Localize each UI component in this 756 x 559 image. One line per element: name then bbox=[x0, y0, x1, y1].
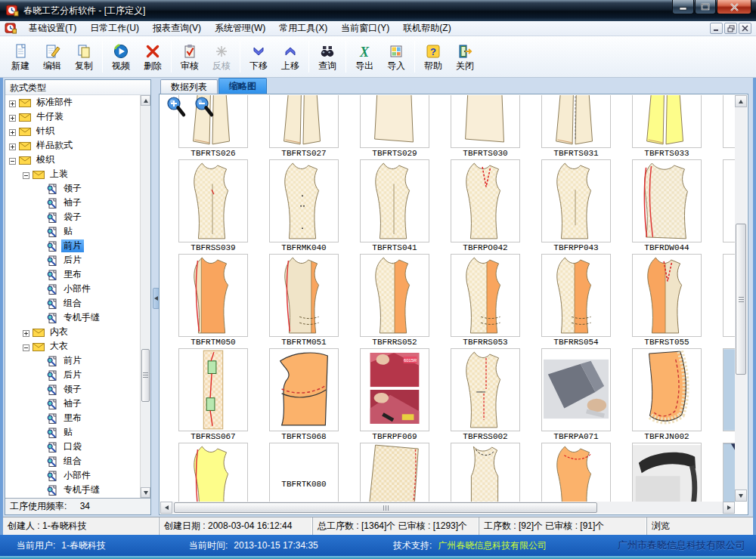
thumbnail-cell[interactable] bbox=[632, 443, 702, 502]
tree-item-袖子[interactable]: 袖子 bbox=[5, 196, 140, 210]
tree-item-组合[interactable]: 组合 bbox=[5, 454, 140, 468]
tree-item-梭织[interactable]: 梭织 bbox=[5, 153, 140, 167]
thumbnail-cell[interactable] bbox=[360, 254, 429, 337]
tree-item-后片[interactable]: 后片 bbox=[5, 368, 140, 382]
scroll-left-arrow[interactable] bbox=[160, 502, 172, 514]
tree-item-专机手缝[interactable]: 专机手缝 bbox=[5, 483, 140, 497]
tree-item-上装[interactable]: 上装 bbox=[5, 167, 140, 181]
tree-item-专机手缝[interactable]: 专机手缝 bbox=[5, 310, 140, 325]
tree-item-前片[interactable]: 前片 bbox=[5, 239, 140, 253]
expand-icon[interactable] bbox=[9, 99, 16, 106]
tree-item-贴[interactable]: 贴 bbox=[5, 224, 140, 239]
thumbnail-cell[interactable] bbox=[541, 159, 611, 242]
thumbnail-cell[interactable] bbox=[178, 443, 248, 502]
tree-item-小部件[interactable]: 小部件 bbox=[5, 282, 140, 296]
tree-item-标准部件[interactable]: 标准部件 bbox=[5, 95, 140, 110]
scroll-down-arrow[interactable] bbox=[735, 490, 747, 502]
scroll-up-arrow[interactable] bbox=[141, 95, 150, 106]
thumbnail-cell[interactable] bbox=[541, 254, 611, 337]
scroll-up-arrow[interactable] bbox=[735, 95, 747, 107]
menu-item-6[interactable]: 当前窗口(Y) bbox=[334, 23, 396, 33]
tree-item-里布[interactable]: 里布 bbox=[5, 411, 140, 425]
tree-item-口袋[interactable]: 口袋 bbox=[5, 440, 140, 454]
toolbar-button-copy[interactable]: 复制 bbox=[68, 39, 100, 76]
thumbnail-cell[interactable]: 6015R bbox=[360, 348, 429, 431]
toolbar-button-help[interactable]: ?帮助 bbox=[417, 39, 449, 76]
thumbnail-cell[interactable] bbox=[360, 159, 429, 242]
thumbnail-cell[interactable] bbox=[269, 95, 339, 148]
thumbnail-cell[interactable] bbox=[178, 254, 248, 337]
thumbnail-cell[interactable] bbox=[269, 254, 339, 337]
thumbnail-cell[interactable] bbox=[451, 254, 520, 337]
menu-item-2[interactable]: 日常工作(U) bbox=[83, 23, 146, 33]
thumbnail-cell[interactable] bbox=[632, 95, 702, 148]
expand-icon[interactable] bbox=[9, 113, 16, 120]
toolbar-button-move-down[interactable]: 下移 bbox=[243, 39, 274, 76]
expand-icon[interactable] bbox=[23, 329, 29, 335]
scrollbar-thumb[interactable] bbox=[141, 349, 150, 402]
thumbnail-cell[interactable] bbox=[632, 348, 702, 431]
thumbnail-cell[interactable] bbox=[178, 159, 248, 242]
menu-item-7[interactable]: 联机帮助(Z) bbox=[396, 23, 457, 33]
tree-item-领子[interactable]: 领子 bbox=[5, 382, 140, 397]
collapse-icon[interactable] bbox=[23, 171, 29, 178]
scrollbar-thumb[interactable] bbox=[174, 502, 597, 513]
toolbar-button-export-excel[interactable]: X导出 bbox=[349, 39, 380, 76]
thumbnail-cell-text[interactable]: TBFRTK080 bbox=[269, 443, 339, 502]
mdi-close-button[interactable] bbox=[739, 23, 751, 34]
tree-item-袋子[interactable]: 袋子 bbox=[5, 210, 140, 224]
toolbar-button-edit[interactable]: 编辑 bbox=[36, 39, 68, 76]
thumbnail-cell[interactable] bbox=[632, 254, 702, 337]
tree-item-后片[interactable]: 后片 bbox=[5, 253, 140, 267]
toolbar-button-search-binoculars[interactable]: 查询 bbox=[311, 39, 343, 76]
tree-item-里布[interactable]: 里布 bbox=[5, 267, 140, 282]
thumbnail-cell[interactable] bbox=[723, 159, 735, 242]
thumbnail-cell[interactable] bbox=[632, 159, 702, 242]
tree-item-大衣[interactable]: 大衣 bbox=[5, 339, 140, 354]
thumbnail-cell[interactable] bbox=[541, 348, 611, 431]
tree-item-针织[interactable]: 针织 bbox=[5, 124, 140, 138]
thumbnail-cell[interactable] bbox=[723, 254, 735, 337]
scroll-right-arrow[interactable] bbox=[723, 502, 735, 514]
menu-item-3[interactable]: 报表查询(V) bbox=[146, 23, 208, 33]
tree-item-样品款式[interactable]: 样品款式 bbox=[5, 138, 140, 153]
thumbnail-cell[interactable] bbox=[541, 95, 611, 148]
tree-item-袖子[interactable]: 袖子 bbox=[5, 397, 140, 411]
collapse-icon[interactable] bbox=[23, 343, 29, 350]
thumbnail-cell[interactable] bbox=[723, 95, 735, 148]
toolbar-button-import[interactable]: 导入 bbox=[380, 39, 412, 76]
tree-item-组合[interactable]: 组合 bbox=[5, 296, 140, 310]
tree-scrollbar[interactable] bbox=[140, 95, 150, 498]
mdi-restore-button[interactable] bbox=[724, 23, 737, 34]
tree-item-前片[interactable]: 前片 bbox=[5, 354, 140, 368]
thumbnail-cell[interactable] bbox=[269, 159, 339, 242]
toolbar-button-exit-door[interactable]: 关闭 bbox=[449, 39, 481, 76]
collapse-icon[interactable] bbox=[9, 156, 16, 163]
toolbar-button-audit-check[interactable]: 审核 bbox=[174, 39, 206, 76]
mdi-minimize-button[interactable] bbox=[710, 23, 723, 34]
toolbar-button-move-up[interactable]: 上移 bbox=[274, 39, 306, 76]
vertical-scrollbar[interactable] bbox=[735, 95, 747, 502]
thumbnail-cell[interactable] bbox=[451, 348, 520, 431]
tab-thumbnail[interactable]: 缩略图 bbox=[218, 78, 267, 94]
menu-item-5[interactable]: 常用工具(X) bbox=[272, 23, 334, 33]
toolbar-button-video[interactable]: 视频 bbox=[105, 39, 137, 76]
thumbnail-cell[interactable] bbox=[723, 443, 735, 502]
scrollbar-thumb[interactable] bbox=[736, 224, 746, 375]
tree-item-内衣[interactable]: 内衣 bbox=[5, 325, 140, 339]
toolbar-button-delete[interactable]: 删除 bbox=[137, 39, 169, 76]
thumbnail-cell[interactable] bbox=[541, 443, 611, 502]
expand-icon[interactable] bbox=[9, 142, 16, 149]
menu-item-4[interactable]: 系统管理(W) bbox=[208, 23, 272, 33]
zoom-out-icon[interactable] bbox=[194, 96, 215, 121]
thumbnail-cell[interactable] bbox=[178, 348, 248, 431]
tree-item-贴[interactable]: 贴 bbox=[5, 425, 140, 440]
tree-item-领子[interactable]: 领子 bbox=[5, 181, 140, 196]
thumbnail-cell[interactable] bbox=[269, 348, 339, 431]
toolbar-button-new-doc[interactable]: 新建 bbox=[5, 39, 36, 76]
maximize-button[interactable] bbox=[695, 0, 716, 14]
tree-item-小部件[interactable]: 小部件 bbox=[5, 468, 140, 483]
thumbnail-cell[interactable] bbox=[451, 159, 520, 242]
thumbnail-cell[interactable] bbox=[723, 348, 735, 431]
zoom-in-icon[interactable] bbox=[166, 96, 187, 121]
